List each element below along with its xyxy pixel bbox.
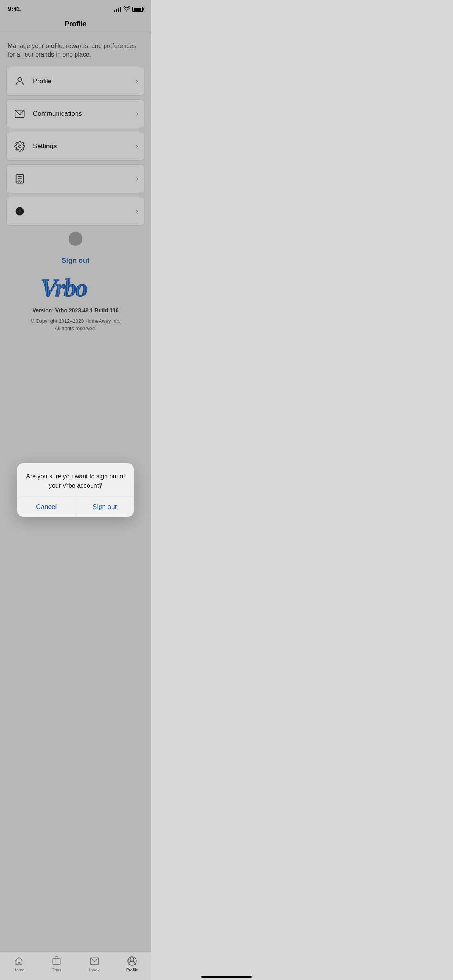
modal-overlay: Are you sure you want to sign out of you… bbox=[0, 0, 151, 374]
